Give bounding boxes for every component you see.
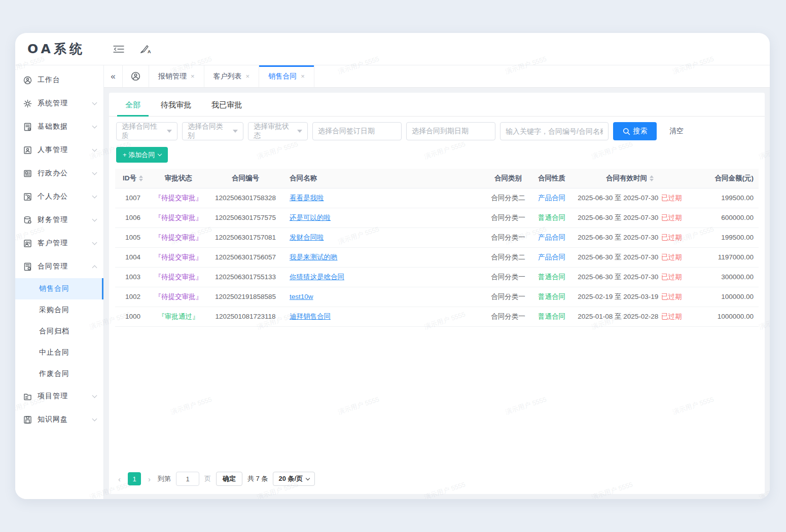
cell-contract-no: 1202506301757575 [206,208,284,227]
cell-status: 『待提交审批』 [151,247,206,267]
sidebar-item-contract[interactable]: 合同管理 [15,255,103,278]
tab-label: 客户列表 [213,72,242,81]
sidebar-item-workbench[interactable]: 工作台 [15,68,103,92]
contract-name-link[interactable]: 发财合同啦 [290,234,324,241]
close-icon[interactable]: × [301,72,305,80]
sort-icon[interactable] [650,175,654,181]
cell-id: 1006 [115,208,151,227]
sidebar-item-project[interactable]: 项目管理 [15,385,103,408]
due-date-picker[interactable]: 选择合同到期日期 [406,122,495,140]
sidebar-item-knowledge[interactable]: 知识网盘 [15,408,103,431]
cell-id: 1000 [115,307,151,326]
contract-category-select[interactable]: 选择合同类别 [182,122,243,140]
sidebar-item-label: 行政办公 [38,169,93,178]
contract-name-link[interactable]: 你猜猜这是啥合同 [290,273,344,281]
add-contract-button[interactable]: + 添加合同 [116,147,168,163]
filter-row: 选择合同性质 选择合同类别 选择审批状态 选择合同签订日期 [115,117,759,146]
page-jump-input[interactable] [176,472,199,486]
cell-nature: 普通合同 [532,208,571,227]
next-page-icon[interactable]: › [146,475,153,483]
page-number-button[interactable]: 1 [128,472,141,485]
tab-label: 报销管理 [158,72,187,81]
sidebar-item-personal[interactable]: 个人办公 [15,185,103,208]
sidebar-item-customer[interactable]: 客户管理 [15,232,103,255]
sign-date-picker[interactable]: 选择合同签订日期 [312,122,402,140]
sidebar-item-label: 基础数据 [38,122,93,131]
chevron-down-icon [92,147,97,152]
contract-name-link[interactable]: 迪拜销售合同 [290,313,331,320]
sidebar-item-purchase-contract[interactable]: 采购合同 [15,299,103,321]
keyword-input[interactable] [506,127,603,135]
expired-badge: 已过期 [661,273,682,281]
prev-page-icon[interactable]: ‹ [116,475,123,483]
person-card-icon [23,193,32,201]
add-row: + 添加合同 [115,146,759,169]
contract-nature-select[interactable]: 选择合同性质 [116,122,177,140]
close-icon[interactable]: × [246,72,250,80]
cell-valid-time: 2025-06-30 至 2025-07-30已过期 [571,247,689,267]
view-tab-pending[interactable]: 待我审批 [160,93,192,116]
sidebar-item-sales-contract[interactable]: 销售合同 [15,278,103,299]
tab-home[interactable] [123,65,149,87]
close-icon[interactable]: × [191,72,195,80]
sidebar-item-hr[interactable]: 人事管理 [15,138,103,162]
select-placeholder: 选择审批状态 [254,122,293,140]
sidebar-item-admin[interactable]: 行政办公 [15,162,103,185]
sidebar-item-system[interactable]: 系统管理 [15,92,103,115]
gear-icon [23,99,32,108]
select-placeholder: 选择合同性质 [122,122,163,140]
view-tab-approved[interactable]: 我已审批 [210,93,243,116]
sub-item-label: 合同归档 [39,327,69,336]
caret-down-icon [233,130,238,133]
contract-name-link[interactable]: 看看是我啦 [290,194,324,202]
cell-nature: 产品合同 [532,188,571,208]
contract-name-link[interactable]: 还是可以的啦 [290,214,331,221]
tab-customer-list[interactable]: 客户列表 × [204,65,260,87]
contract-name-link[interactable]: 我是来测试的哟 [290,253,338,261]
cell-status: 『待提交审批』 [151,227,206,247]
cell-valid-time: 2025-02-19 至 2025-03-19已过期 [571,287,689,307]
clear-button[interactable]: 清空 [669,127,684,136]
sidebar-item-finance[interactable]: 财务管理 [15,208,103,232]
table-row: 1006 『待提交审批』 1202506301757575 还是可以的啦 合同分… [115,208,759,227]
sidebar-item-basedata[interactable]: 基础数据 [15,115,103,138]
theme-brush-icon[interactable]: A [139,44,151,54]
sidebar-item-label: 人事管理 [38,145,93,155]
search-icon [623,128,630,135]
confirm-button[interactable]: 确定 [216,472,242,486]
cell-status: 『待提交审批』 [151,188,206,208]
keyword-input-wrap [500,122,609,140]
sidebar-item-label: 知识网盘 [38,415,93,424]
sort-icon[interactable] [139,175,143,181]
page-size-select[interactable]: 20 条/页 [273,472,315,486]
collapse-sidebar-icon[interactable] [113,45,124,54]
caret-down-icon [297,130,302,133]
chevron-down-icon [92,124,97,129]
cell-contract-no: 1202506301758328 [206,188,284,208]
sidebar-item-contract-suspend[interactable]: 中止合同 [15,342,103,363]
tab-expense[interactable]: 报销管理 × [149,65,204,87]
tab-sales-contract[interactable]: 销售合同 × [259,65,314,87]
sidebar-item-contract-void[interactable]: 作废合同 [15,363,103,385]
cell-amount: 199500.00 [689,188,759,208]
view-tabs: 全部 待我审批 我已审批 [109,93,765,117]
chevron-down-icon [92,393,97,398]
contract-name-link[interactable]: test10w [290,293,313,300]
sidebar-item-label: 个人办公 [38,192,93,201]
sidebar: 工作台 系统管理 基础数据 人事管理 行政办公 [15,65,104,499]
cell-valid-time: 2025-06-30 至 2025-07-30已过期 [571,188,689,208]
tabs-collapse-button[interactable]: « [104,65,123,87]
chevron-down-icon [92,170,97,175]
chevron-up-icon [92,265,97,270]
chevron-down-icon [92,240,97,245]
sidebar-item-contract-archive[interactable]: 合同归档 [15,321,103,342]
disk-icon [23,415,32,424]
search-button[interactable]: 搜索 [613,122,657,140]
tab-bar: « 报销管理 × 客户列表 × 销售合同 × [104,65,770,88]
cell-category: 合同分类二 [484,188,532,208]
database-icon [23,216,32,224]
content-area: 全部 待我审批 我已审批 选择合同性质 选择合同类别 [104,88,770,499]
approve-status-select[interactable]: 选择审批状态 [248,122,308,140]
col-amount: 合同金额(元) [689,169,759,188]
view-tab-all[interactable]: 全部 [124,93,141,116]
